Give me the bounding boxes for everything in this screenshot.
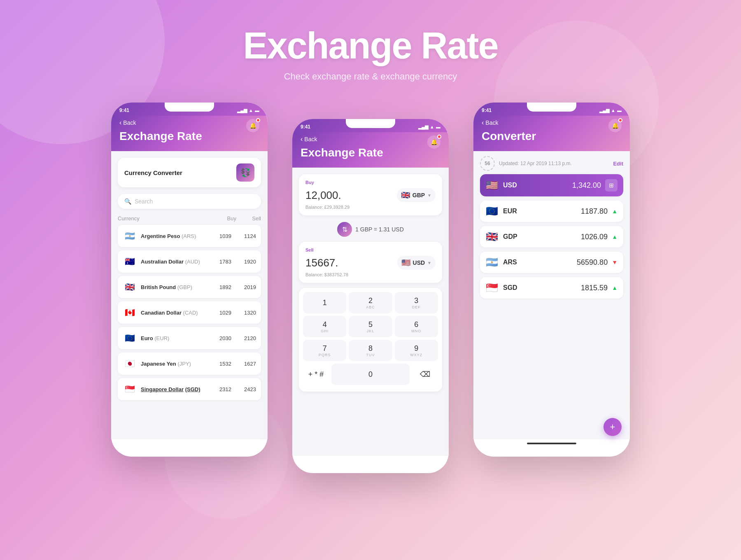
fab-button[interactable]: +	[604, 418, 622, 436]
converter-row-ARS[interactable]: 🇦🇷 ARS 56590.80 ▼	[480, 252, 623, 273]
currency-row[interactable]: 🇬🇧 British Pound (GBP) 1892 2019	[118, 276, 261, 298]
phone-header-center: ‹ Back 🔔 Exchange Rate	[292, 132, 449, 168]
phone-body-right: 56 Updated: 12 Apr 2019 11:13 p.m. Edit …	[473, 151, 630, 439]
sell-val-EUR: 2120	[231, 335, 256, 341]
converter-flag-EUR: 🇪🇺	[486, 205, 498, 217]
notification-dot-center	[437, 135, 441, 139]
numpad-digit: ⌫	[420, 370, 430, 379]
sell-amount[interactable]: 15667.	[305, 257, 397, 269]
status-icons-left: ▂▄▆ ▲ ▬	[237, 108, 259, 113]
rate-icon: ⇅	[337, 222, 352, 237]
header-buy: Buy	[212, 215, 236, 222]
rate-text: 1 GBP = 1.31 USD	[355, 226, 404, 233]
converter-row-SGD[interactable]: 🇸🇬 SGD 1815.59 ▲	[480, 277, 623, 299]
sell-val-ARS: 1124	[231, 233, 256, 239]
buy-val-AUD: 1783	[207, 259, 231, 265]
buy-dropdown-arrow: ▼	[427, 193, 431, 198]
edit-button[interactable]: Edit	[613, 161, 623, 167]
page-header: Exchange Rate Check exchange rate & exch…	[0, 0, 741, 94]
converter-value-ARS: 56590.80	[577, 258, 608, 267]
buy-balance: Balance: £29,3928.29	[305, 205, 436, 210]
buy-val-JPY: 1532	[207, 361, 231, 367]
calc-icon[interactable]: ⊞	[605, 179, 618, 191]
buy-val-SGD: 2312	[207, 386, 231, 392]
numpad-digit: 9	[414, 344, 418, 353]
currency-row[interactable]: 🇦🇺 Australian Dollar (AUD) 1783 1920	[118, 250, 261, 273]
converter-flag-USD: 🇺🇸	[486, 180, 498, 191]
numpad-btn-6[interactable]: 6MNO	[395, 316, 438, 337]
sell-val-AUD: 1920	[231, 259, 256, 265]
currency-converter-card[interactable]: Currency Converter 💱	[118, 158, 261, 187]
converter-code-GDP: GDP	[503, 233, 581, 240]
converter-value-EUR: 1187.80	[581, 207, 608, 216]
numpad-btn-⌫[interactable]: ⌫	[412, 364, 438, 385]
battery-icon-r: ▬	[617, 108, 622, 113]
numpad-digit: 6	[414, 320, 418, 329]
search-box[interactable]: 🔍 Search	[118, 194, 261, 209]
notification-bell-right[interactable]: 🔔	[608, 119, 622, 132]
numpad-row: 7PQRS8TUV9WXYZ	[303, 340, 438, 361]
currency-name-col: Argentine Peso (ARS)	[141, 232, 207, 240]
numpad-letters: TUV	[366, 353, 375, 357]
back-label-left: Back	[123, 119, 136, 126]
currency-row[interactable]: 🇸🇬 Singapore Dollar (SGD) 2312 2423	[118, 378, 261, 400]
converter-value-USD: 1,342.00	[572, 181, 601, 190]
back-button-left[interactable]: ‹ Back	[119, 119, 136, 126]
phone-left: 9:41 ▂▄▆ ▲ ▬ ‹ Back 🔔 Exchange Rate	[111, 103, 268, 457]
rate-circle: 56	[480, 156, 495, 171]
phone-notch-right	[527, 103, 576, 112]
signal-icon-r: ▂▄▆	[599, 108, 609, 113]
numpad-btn-4[interactable]: 4GHI	[303, 316, 346, 337]
flag-AUD: 🇦🇺	[123, 254, 137, 268]
numpad-btn-3[interactable]: 3DEF	[395, 292, 438, 313]
numpad-btn-+-*-#[interactable]: + * #	[303, 364, 329, 385]
screen-title-center: Exchange Rate	[301, 146, 440, 159]
numpad-btn-5[interactable]: 5JKL	[349, 316, 392, 337]
buy-currency-selector[interactable]: 🇬🇧 GBP ▼	[397, 188, 436, 202]
status-time-center: 9:41	[301, 124, 310, 130]
wifi-icon-r: ▲	[611, 108, 615, 113]
currency-list-left: 🇦🇷 Argentine Peso (ARS) 1039 1124 🇦🇺 Aus…	[111, 225, 268, 400]
phone-center: 9:41 ▂▄▆ ▲ ▬ ‹ Back 🔔 Exchange Rate	[292, 119, 449, 473]
phone-notch-left	[165, 103, 214, 112]
buy-amount[interactable]: 12,000.	[305, 189, 397, 202]
numpad-btn-9[interactable]: 9WXYZ	[395, 340, 438, 361]
sell-dropdown-arrow: ▼	[427, 261, 431, 265]
numpad-digit: 0	[368, 370, 373, 379]
numpad-btn-0[interactable]: 0	[331, 364, 410, 385]
numpad-letters: WXYZ	[410, 353, 422, 357]
back-arrow-icon: ‹	[119, 119, 121, 126]
currency-name-col: British Pound (GBP)	[141, 283, 207, 291]
phone-header-right: ‹ Back 🔔 Converter	[473, 116, 630, 151]
currency-row[interactable]: 🇪🇺 Euro (EUR) 2030 2120	[118, 327, 261, 349]
currency-row[interactable]: 🇯🇵 Japanese Yen (JPY) 1532 1627	[118, 352, 261, 375]
currency-name-col: Australian Dollar (AUD)	[141, 258, 207, 265]
sell-val-SGD: 2423	[231, 386, 256, 392]
back-button-center[interactable]: ‹ Back	[301, 135, 317, 143]
converter-row-EUR[interactable]: 🇪🇺 EUR 1187.80 ▲	[480, 201, 623, 222]
trend-up-icon: ▲	[612, 285, 618, 291]
battery-icon: ▬	[255, 108, 259, 113]
converter-row-GDP[interactable]: 🇬🇧 GDP 1026.09 ▲	[480, 226, 623, 247]
notification-bell-left[interactable]: 🔔	[246, 119, 259, 132]
currency-table-header: Currency Buy Sell	[111, 214, 268, 225]
page-subtitle: Check exchange rate & exchange currency	[0, 71, 741, 82]
currency-row[interactable]: 🇦🇷 Argentine Peso (ARS) 1039 1124	[118, 225, 261, 247]
back-button-right[interactable]: ‹ Back	[482, 119, 498, 126]
sell-currency-selector[interactable]: 🇺🇸 USD ▼	[397, 256, 436, 270]
sell-val-CAD: 1320	[231, 310, 256, 316]
currency-row[interactable]: 🇨🇦 Canadian Dollar (CAD) 1029 1320	[118, 301, 261, 324]
flag-EUR: 🇪🇺	[123, 331, 137, 345]
numpad-btn-2[interactable]: 2ABC	[349, 292, 392, 313]
notification-bell-center[interactable]: 🔔	[427, 135, 440, 149]
converter-row-USD[interactable]: 🇺🇸 USD 1,342.00 ⊞	[480, 174, 623, 196]
sell-section: Sell 15667. 🇺🇸 USD ▼ Balance: $383752.78	[299, 242, 442, 283]
numpad-btn-7[interactable]: 7PQRS	[303, 340, 346, 361]
numpad-digit: 1	[323, 299, 327, 307]
numpad-btn-1[interactable]: 1	[303, 292, 346, 313]
currency-name-col: Singapore Dollar (SGD)	[141, 385, 207, 393]
numpad-btn-8[interactable]: 8TUV	[349, 340, 392, 361]
buy-val-ARS: 1039	[207, 233, 231, 239]
converter-flag-ARS: 🇦🇷	[486, 257, 498, 268]
numpad-letters: ABC	[366, 305, 375, 309]
